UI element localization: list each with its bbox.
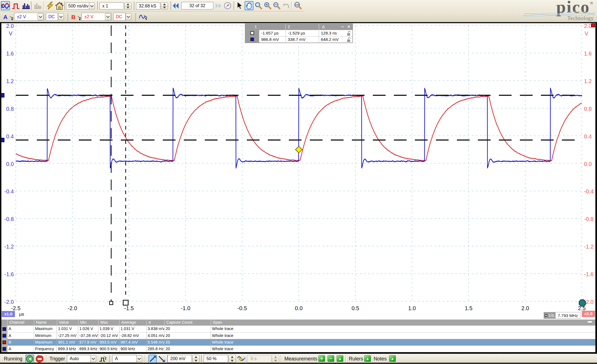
table-row[interactable]: AMaximum1.031 V1.026 V1.039 V1.031 V3.83…	[1, 326, 595, 332]
rising-edge-button[interactable]	[148, 355, 157, 363]
remove-measurement-button[interactable]: −	[328, 355, 334, 362]
channel-b-axis-marker[interactable]	[591, 24, 595, 27]
table-header-cell[interactable]: σ	[146, 320, 164, 326]
channel-a-coupling-dropdown[interactable]	[58, 13, 64, 20]
right-axis-multiplier-badge[interactable]: x1.0	[582, 311, 595, 317]
sine-waves-icon	[1, 2, 9, 10]
pre-trigger-input[interactable]: 50 %	[204, 355, 228, 363]
trigger-marker-diamond[interactable]	[295, 146, 302, 153]
table-cell: 987.4 mV	[119, 339, 146, 345]
x-axis-multiplier-badge[interactable]: x1.0	[2, 311, 15, 317]
voltage-ruler-1-handle[interactable]	[1, 93, 4, 97]
spin-down-button[interactable]	[272, 359, 279, 362]
scope-view[interactable]: 2.01.61.20.80.40.0-0.4-0.8-1.2-1.6-2.0V2…	[1, 23, 595, 320]
trigger-mode-dropdown[interactable]	[90, 355, 96, 362]
table-header-cell[interactable]: Average	[119, 320, 146, 326]
trigger-delay-spinner[interactable]	[272, 355, 279, 363]
time-ruler-2-handle[interactable]	[123, 300, 128, 305]
scroll-marker-octagon[interactable]	[579, 300, 586, 306]
spin-up-button[interactable]	[161, 3, 168, 6]
add-measurement-button[interactable]: +	[318, 355, 325, 362]
undo-zoom-button[interactable]	[282, 1, 290, 10]
y-axis-right-tick: -0.8	[584, 216, 593, 222]
ruler-legend-close-button[interactable]: ×	[347, 24, 350, 30]
zoom-factor-spinner[interactable]	[124, 2, 132, 9]
table-row[interactable]: BMaximum991.1 mV977.8 mV993.5 mV987.4 mV…	[1, 339, 595, 345]
table-header-cell[interactable]: Name	[34, 320, 57, 326]
ruler-legend-minimize-button[interactable]: –	[341, 24, 344, 30]
samples-input[interactable]: 32.68 kS	[136, 2, 160, 9]
trigger-marker-button[interactable]	[237, 355, 246, 363]
spin-down-button[interactable]	[193, 359, 199, 362]
timebase-select[interactable]: 500 ns/div	[66, 2, 89, 9]
zoom-out-button[interactable]	[273, 1, 281, 10]
notes-button[interactable]: ▲	[389, 355, 396, 362]
spectrum-mode-button[interactable]	[11, 1, 20, 10]
table-header-cell[interactable]: Min	[78, 320, 98, 326]
samples-spinner[interactable]	[161, 2, 168, 9]
buffer-overview-button[interactable]	[223, 2, 232, 10]
spin-down-button[interactable]	[125, 6, 131, 9]
y-axis-right-tick: 0.8	[584, 106, 592, 112]
home-button[interactable]	[55, 1, 64, 10]
trigger-source-select[interactable]: A	[112, 355, 137, 363]
zoom-100-button[interactable]: 100	[293, 1, 302, 10]
channel-a-cursor-icon	[9, 15, 14, 21]
channel-b-coupling-select[interactable]: DC	[113, 13, 125, 21]
expand-measurements-button[interactable]: ▲	[337, 355, 343, 362]
spin-up-button[interactable]	[193, 355, 199, 359]
table-header-cell[interactable]: Channel	[7, 320, 34, 326]
auto-setup-button[interactable]	[45, 1, 54, 10]
channel-b-range-dropdown[interactable]	[105, 13, 111, 20]
disabled-mode-button[interactable]	[33, 1, 42, 10]
buffer-back-button[interactable]	[172, 2, 180, 10]
time-ruler-1-handle[interactable]	[109, 301, 113, 305]
table-header-cell[interactable]: Max	[98, 320, 119, 326]
table-cell: 1.039 V	[98, 326, 119, 332]
spin-up-button[interactable]	[125, 3, 131, 6]
table-header-cell[interactable]: Span	[211, 320, 595, 326]
table-header-cell[interactable]: Capture Count	[164, 320, 211, 326]
trigger-mode-select[interactable]: Auto	[67, 355, 91, 363]
buffer-count-field[interactable]: 32 of 32	[181, 2, 213, 9]
rulers-button[interactable]: ▲	[364, 355, 371, 362]
zoom-in-button[interactable]	[263, 1, 272, 10]
open-padlock-icon[interactable]	[347, 31, 351, 36]
stop-capture-button[interactable]	[35, 355, 44, 363]
spin-down-button[interactable]	[161, 6, 168, 9]
one-over-delta-label: 1/Δ	[548, 313, 554, 318]
ruler-legend[interactable]: 1 2 Δ – × -1.657 µs-1.529 µs128.3 ns986.…	[245, 23, 353, 43]
table-cell: 1.026 V	[78, 326, 98, 332]
pre-trigger-spinner[interactable]	[229, 355, 236, 363]
marquee-zoom-button[interactable]	[254, 1, 263, 10]
table-minimize-button[interactable]	[588, 321, 592, 323]
trigger-level-input[interactable]: 200 mV	[167, 355, 192, 363]
persistence-mode-button[interactable]	[21, 1, 30, 10]
timebase-dropdown-button[interactable]	[89, 2, 95, 9]
y-axis-left-tick: 0.8	[6, 106, 14, 112]
voltage-ruler-2-handle[interactable]	[1, 138, 4, 142]
spin-down-button[interactable]	[229, 359, 235, 362]
open-padlock-icon[interactable]	[347, 37, 351, 42]
spin-up-button[interactable]	[272, 355, 279, 359]
pointer-tool-button[interactable]	[235, 1, 244, 10]
falling-edge-button[interactable]	[157, 355, 166, 363]
spin-up-button[interactable]	[229, 355, 235, 359]
probe-setup-button[interactable]	[138, 13, 148, 21]
scope-mode-button[interactable]	[1, 1, 10, 10]
trigger-setup-button[interactable]	[98, 355, 108, 363]
trigger-delay-input[interactable]: 0 s	[247, 355, 271, 363]
ruler-legend-row-gutter	[245, 30, 259, 36]
channel-b-coupling-dropdown[interactable]	[125, 13, 131, 20]
table-header-cell[interactable]: Value	[57, 320, 78, 326]
channel-a-coupling-select[interactable]: DC	[46, 13, 58, 21]
table-row[interactable]: AFrequency899.3 kHz899.3 kHz900.5 kHz900…	[1, 345, 595, 352]
trigger-source-dropdown[interactable]	[136, 355, 142, 362]
zoom-factor-input[interactable]: x 1	[100, 2, 124, 9]
pan-tool-button[interactable]	[245, 1, 253, 10]
buffer-forward-button[interactable]	[214, 2, 222, 10]
table-row[interactable]: AMinimum-27.25 mV-37.28 mV-20.12 mV-28.8…	[1, 332, 595, 339]
trigger-level-spinner[interactable]	[192, 355, 200, 363]
channel-a-range-dropdown[interactable]	[38, 13, 43, 20]
start-capture-button[interactable]	[25, 355, 34, 363]
